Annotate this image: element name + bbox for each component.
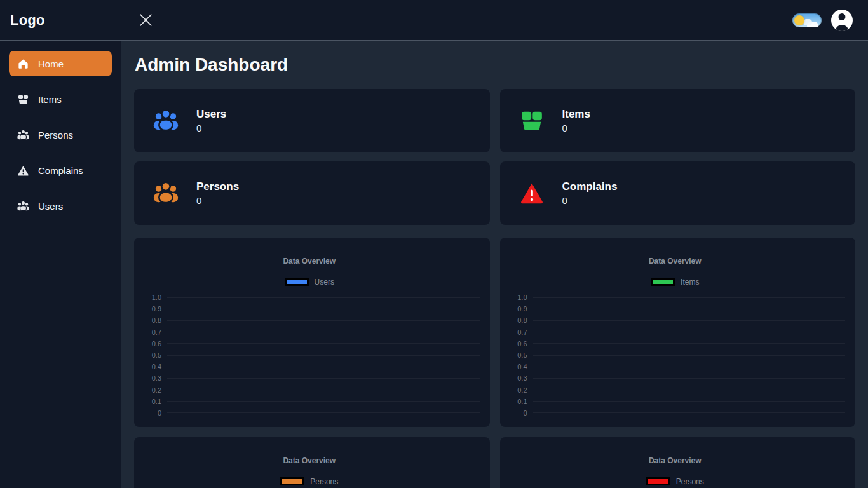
sidebar-item-home[interactable]: Home	[9, 51, 112, 76]
grid-row: 0.3	[505, 372, 846, 384]
close-icon[interactable]	[137, 11, 154, 29]
warning-icon	[518, 180, 546, 206]
stat-card-complains: Complains 0	[500, 161, 856, 225]
grid-row: 0.9	[139, 303, 480, 315]
grid-row: 0.8	[139, 315, 480, 326]
cloud-shape	[803, 19, 812, 25]
grid-line	[167, 378, 480, 379]
y-tick-label: 1.0	[139, 294, 167, 301]
chart-legend[interactable]: Persons	[505, 476, 846, 487]
grid-line	[533, 320, 846, 321]
stat-value: 0	[196, 123, 226, 133]
y-tick-label: 0.2	[139, 386, 167, 394]
sidebar-item-label: Home	[38, 58, 64, 69]
grid-line	[533, 378, 846, 379]
content-area: Admin Dashboard Users 0	[121, 41, 868, 488]
y-tick-label: 0.9	[505, 305, 533, 313]
chart-legend[interactable]: Users	[139, 276, 480, 287]
grid-row: 1.0	[139, 292, 480, 303]
chart-legend[interactable]: Persons	[139, 476, 480, 487]
y-tick-label: 1.0	[505, 294, 533, 301]
main-column: Admin Dashboard Users 0	[121, 0, 868, 488]
grid-line	[167, 355, 480, 356]
grid-row: 0.7	[139, 327, 480, 338]
chart-legend[interactable]: Items	[505, 276, 846, 287]
grid-line	[167, 390, 480, 390]
grid-row: 0.7	[505, 327, 846, 338]
sun-knob-icon	[794, 15, 804, 25]
grid-row: 0.6	[505, 338, 846, 349]
sidebar-item-label: Complains	[38, 165, 83, 176]
stat-value: 0	[196, 195, 239, 206]
sidebar-header: Logo	[0, 0, 121, 41]
grid-line	[167, 367, 480, 367]
grid-line	[533, 309, 846, 309]
sidebar-item-items[interactable]: Items	[9, 86, 112, 112]
grid-row: 0.5	[505, 349, 846, 361]
y-tick-label: 0.7	[505, 329, 533, 336]
y-tick-label: 0.8	[139, 316, 167, 324]
topbar-right	[792, 10, 853, 31]
chart-plot: 1.00.90.80.70.60.50.40.30.20.10	[505, 292, 846, 419]
box-icon	[17, 93, 29, 105]
grid-line	[533, 412, 846, 413]
sidebar-item-users[interactable]: Users	[9, 193, 112, 219]
grid-line	[533, 343, 846, 344]
legend-label: Items	[681, 278, 699, 287]
y-tick-label: 0.5	[505, 351, 533, 359]
box-icon	[518, 108, 546, 133]
legend-label: Persons	[676, 477, 704, 486]
chart-card-persons: Data Overview Persons 1.00.90.80.70.60.5…	[134, 437, 490, 488]
chart-title: Data Overview	[139, 257, 480, 266]
theme-toggle[interactable]	[792, 13, 822, 27]
legend-label: Users	[315, 278, 334, 287]
y-tick-label: 0.3	[505, 374, 533, 382]
people-group-icon	[152, 108, 180, 133]
topbar	[121, 0, 868, 41]
chart-plot: 1.00.90.80.70.60.50.40.30.20.10	[139, 292, 480, 419]
chart-title: Data Overview	[139, 456, 480, 465]
grid-row: 0.5	[139, 349, 480, 361]
legend-swatch	[646, 477, 670, 485]
y-tick-label: 0.8	[505, 316, 533, 324]
chart-title: Data Overview	[505, 456, 846, 465]
grid-row: 0.2	[505, 384, 846, 396]
stat-label: Users	[196, 108, 226, 121]
stat-value: 0	[562, 123, 590, 133]
user-avatar-icon[interactable]	[831, 10, 853, 31]
grid-row: 0	[139, 407, 480, 419]
chart-title: Data Overview	[505, 257, 846, 266]
grid-line	[533, 390, 846, 390]
grid-row: 0.4	[139, 361, 480, 372]
home-icon	[17, 58, 29, 70]
grid-row: 0.1	[139, 396, 480, 407]
chart-card-items: Data Overview Items 1.00.90.80.70.60.50.…	[500, 238, 856, 427]
grid-row: 0.4	[505, 361, 846, 372]
people-group-icon	[17, 200, 29, 212]
grid-row: 0.8	[505, 315, 846, 326]
y-tick-label: 0.9	[139, 305, 167, 313]
warning-icon	[17, 165, 29, 177]
chart-card-users: Data Overview Users 1.00.90.80.70.60.50.…	[134, 238, 490, 427]
grid-row: 1.0	[505, 292, 846, 303]
legend-swatch	[651, 278, 675, 286]
stat-label: Complains	[562, 180, 618, 193]
y-tick-label: 0.6	[139, 340, 167, 348]
sidebar-item-complains[interactable]: Complains	[9, 158, 112, 183]
grid-line	[533, 401, 846, 402]
grid-row: 0.6	[139, 338, 480, 349]
y-tick-label: 0.7	[139, 329, 167, 336]
y-tick-label: 0.4	[505, 363, 533, 370]
page-title: Admin Dashboard	[135, 55, 855, 75]
grid-row: 0.1	[505, 396, 846, 407]
stat-label: Persons	[196, 180, 239, 193]
sidebar-item-persons[interactable]: Persons	[9, 122, 112, 147]
y-tick-label: 0.5	[139, 351, 167, 359]
grid-line	[167, 332, 480, 332]
grid-line	[167, 309, 480, 309]
y-tick-label: 0.6	[505, 340, 533, 348]
people-group-icon	[17, 129, 29, 141]
grid-line	[167, 412, 480, 413]
y-tick-label: 0.4	[139, 363, 167, 370]
app-logo: Logo	[10, 12, 45, 29]
